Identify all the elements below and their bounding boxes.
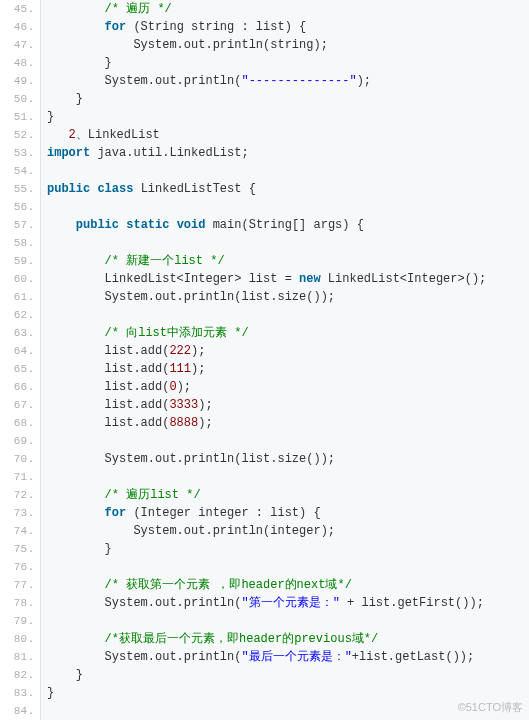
line-number: 82.: [0, 666, 40, 684]
line-number: 57.: [0, 216, 40, 234]
keyword-new: new: [299, 272, 321, 286]
line-number: 51.: [0, 108, 40, 126]
line-number: 48.: [0, 54, 40, 72]
number: 2: [69, 128, 76, 142]
number: 222: [169, 344, 191, 358]
keyword-public: public: [47, 182, 90, 196]
line-number: 80.: [0, 630, 40, 648]
line-number: 46.: [0, 18, 40, 36]
keyword-for: for: [105, 20, 127, 34]
code-area: /* 遍历 */ for (String string : list) { Sy…: [41, 0, 529, 720]
watermark: ©51CTO博客: [458, 698, 523, 716]
keyword-void: void: [177, 218, 206, 232]
keyword-class: class: [97, 182, 133, 196]
line-number: 63.: [0, 324, 40, 342]
line-number: 52.: [0, 126, 40, 144]
comment: /* 获取第一个元素 ，即header的next域*/: [105, 578, 352, 592]
number: 0: [169, 380, 176, 394]
line-number: 66.: [0, 378, 40, 396]
line-number: 73.: [0, 504, 40, 522]
keyword-static: static: [126, 218, 169, 232]
string-literal: "最后一个元素是：": [241, 650, 351, 664]
line-number: 77.: [0, 576, 40, 594]
line-number: 59.: [0, 252, 40, 270]
comment: /*获取最后一个元素，即header的previous域*/: [105, 632, 379, 646]
line-number: 67.: [0, 396, 40, 414]
comment: /* 遍历list */: [105, 488, 201, 502]
string-literal: "第一个元素是：": [241, 596, 339, 610]
string-literal: "--------------": [241, 74, 356, 88]
line-number: 49.: [0, 72, 40, 90]
line-number: 72.: [0, 486, 40, 504]
line-number: 79.: [0, 612, 40, 630]
line-number: 76.: [0, 558, 40, 576]
comment: /* 遍历 */: [105, 2, 172, 16]
line-number: 69.: [0, 432, 40, 450]
keyword-for: for: [105, 506, 127, 520]
line-number: 83.: [0, 684, 40, 702]
line-number: 75.: [0, 540, 40, 558]
code-content: /* 遍历 */ for (String string : list) { Sy…: [47, 0, 529, 702]
line-number: 53.: [0, 144, 40, 162]
line-number: 61.: [0, 288, 40, 306]
line-number: 58.: [0, 234, 40, 252]
code-block: 45.46.47.48.49.50.51.52.53.54.55.56.57.5…: [0, 0, 529, 720]
line-number: 78.: [0, 594, 40, 612]
line-number: 81.: [0, 648, 40, 666]
number: 3333: [169, 398, 198, 412]
line-number: 62.: [0, 306, 40, 324]
line-number: 68.: [0, 414, 40, 432]
keyword-public: public: [76, 218, 119, 232]
line-number: 64.: [0, 342, 40, 360]
line-number: 50.: [0, 90, 40, 108]
line-number: 60.: [0, 270, 40, 288]
keyword-import: import: [47, 146, 90, 160]
number: 111: [169, 362, 191, 376]
line-number: 74.: [0, 522, 40, 540]
number: 8888: [169, 416, 198, 430]
line-number: 56.: [0, 198, 40, 216]
line-number: 47.: [0, 36, 40, 54]
line-number: 65.: [0, 360, 40, 378]
line-number: 71.: [0, 468, 40, 486]
line-number-gutter: 45.46.47.48.49.50.51.52.53.54.55.56.57.5…: [0, 0, 41, 720]
comment: /* 向list中添加元素 */: [105, 326, 249, 340]
line-number: 84.: [0, 702, 40, 720]
line-number: 55.: [0, 180, 40, 198]
comment: /* 新建一个list */: [105, 254, 225, 268]
line-number: 54.: [0, 162, 40, 180]
line-number: 45.: [0, 0, 40, 18]
line-number: 70.: [0, 450, 40, 468]
